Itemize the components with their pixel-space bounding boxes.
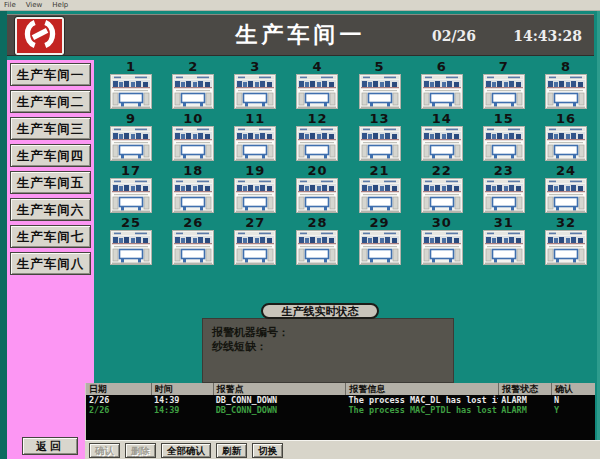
machine-icon[interactable] bbox=[296, 126, 338, 161]
machine-icon[interactable] bbox=[483, 230, 525, 265]
machine-number: 5 bbox=[375, 60, 385, 74]
machine-icon[interactable] bbox=[296, 178, 338, 213]
machine-icon[interactable] bbox=[545, 126, 587, 161]
sidebar-item-workshop-4[interactable]: 生产车间四 bbox=[10, 144, 91, 167]
machine-icon[interactable] bbox=[234, 74, 276, 109]
window-left-edge bbox=[0, 11, 7, 459]
toolbar-button-1: 确认 bbox=[89, 443, 120, 458]
alarm-cell: 2/26 bbox=[86, 395, 151, 405]
menu-item-help[interactable]: Help bbox=[52, 1, 68, 9]
machine-17[interactable]: 17 bbox=[100, 164, 162, 216]
machine-22[interactable]: 22 bbox=[411, 164, 473, 216]
machine-25[interactable]: 25 bbox=[100, 216, 162, 268]
sidebar-item-workshop-2[interactable]: 生产车间二 bbox=[10, 90, 91, 113]
machine-number: 19 bbox=[245, 164, 265, 178]
toolbar-button-3[interactable]: 全部确认 bbox=[161, 443, 211, 458]
machine-20[interactable]: 20 bbox=[286, 164, 348, 216]
machine-10[interactable]: 10 bbox=[162, 112, 224, 164]
alarm-cell: Y bbox=[551, 405, 595, 415]
machine-23[interactable]: 23 bbox=[473, 164, 535, 216]
machine-icon[interactable] bbox=[110, 126, 152, 161]
machine-14[interactable]: 14 bbox=[411, 112, 473, 164]
machine-1[interactable]: 1 bbox=[100, 60, 162, 112]
machine-icon[interactable] bbox=[421, 230, 463, 265]
machine-16[interactable]: 16 bbox=[535, 112, 597, 164]
menu-item-file[interactable]: File bbox=[4, 1, 16, 9]
machine-4[interactable]: 4 bbox=[286, 60, 348, 112]
machine-icon[interactable] bbox=[234, 230, 276, 265]
back-button[interactable]: 返回 bbox=[22, 437, 78, 455]
machine-number: 15 bbox=[494, 112, 514, 126]
sidebar-item-workshop-1[interactable]: 生产车间一 bbox=[10, 63, 91, 86]
alarm-col-header: 时间 bbox=[151, 383, 213, 395]
machine-icon[interactable] bbox=[421, 178, 463, 213]
machine-icon[interactable] bbox=[234, 126, 276, 161]
machine-icon[interactable] bbox=[483, 126, 525, 161]
machine-icon[interactable] bbox=[110, 230, 152, 265]
machine-icon[interactable] bbox=[110, 178, 152, 213]
menu-item-view[interactable]: View bbox=[26, 1, 43, 9]
machine-21[interactable]: 21 bbox=[349, 164, 411, 216]
machine-icon[interactable] bbox=[359, 74, 401, 109]
machine-18[interactable]: 18 bbox=[162, 164, 224, 216]
machine-icon[interactable] bbox=[421, 74, 463, 109]
machine-icon[interactable] bbox=[296, 230, 338, 265]
machine-icon[interactable] bbox=[172, 230, 214, 265]
sidebar-item-workshop-8[interactable]: 生产车间八 bbox=[10, 252, 91, 275]
machine-26[interactable]: 26 bbox=[162, 216, 224, 268]
machine-icon[interactable] bbox=[421, 126, 463, 161]
machine-icon[interactable] bbox=[110, 74, 152, 109]
machine-32[interactable]: 32 bbox=[535, 216, 597, 268]
sidebar-item-workshop-3[interactable]: 生产车间三 bbox=[10, 117, 91, 140]
alarm-cell: The process MAC_DL has lost its d... bbox=[345, 395, 498, 405]
machine-24[interactable]: 24 bbox=[535, 164, 597, 216]
machine-28[interactable]: 28 bbox=[286, 216, 348, 268]
machine-7[interactable]: 7 bbox=[473, 60, 535, 112]
sidebar-item-workshop-5[interactable]: 生产车间五 bbox=[10, 171, 91, 194]
alarm-cell: N bbox=[551, 395, 595, 405]
machine-3[interactable]: 3 bbox=[224, 60, 286, 112]
toolbar-button-5[interactable]: 切换 bbox=[252, 443, 283, 458]
toolbar-button-4[interactable]: 刷新 bbox=[216, 443, 247, 458]
machine-icon[interactable] bbox=[172, 74, 214, 109]
logo-h-icon bbox=[21, 19, 59, 53]
machine-19[interactable]: 19 bbox=[224, 164, 286, 216]
machine-9[interactable]: 9 bbox=[100, 112, 162, 164]
machine-8[interactable]: 8 bbox=[535, 60, 597, 112]
machine-number: 29 bbox=[370, 216, 390, 230]
sidebar-item-workshop-7[interactable]: 生产车间七 bbox=[10, 225, 91, 248]
machine-31[interactable]: 31 bbox=[473, 216, 535, 268]
machine-number: 30 bbox=[432, 216, 452, 230]
machine-12[interactable]: 12 bbox=[286, 112, 348, 164]
machine-5[interactable]: 5 bbox=[349, 60, 411, 112]
page-title: 生产车间一 bbox=[7, 15, 594, 55]
sidebar-item-workshop-6[interactable]: 生产车间六 bbox=[10, 198, 91, 221]
machine-icon[interactable] bbox=[359, 230, 401, 265]
alarm-row[interactable]: 2/2614:39DB_CONN_DOWNThe process MAC_PTD… bbox=[86, 405, 595, 415]
date-display: 02/26 bbox=[432, 28, 476, 44]
machine-icon[interactable] bbox=[359, 126, 401, 161]
machine-27[interactable]: 27 bbox=[224, 216, 286, 268]
toolbar-button-2: 删除 bbox=[125, 443, 156, 458]
machine-icon[interactable] bbox=[545, 178, 587, 213]
machine-icon[interactable] bbox=[234, 178, 276, 213]
alarm-row[interactable]: 2/2614:39DB_CONN_DOWNThe process MAC_DL … bbox=[86, 395, 595, 405]
machine-15[interactable]: 15 bbox=[473, 112, 535, 164]
machine-6[interactable]: 6 bbox=[411, 60, 473, 112]
machine-icon[interactable] bbox=[296, 74, 338, 109]
machine-icon[interactable] bbox=[359, 178, 401, 213]
machine-icon[interactable] bbox=[545, 74, 587, 109]
machine-icon[interactable] bbox=[545, 230, 587, 265]
machine-icon[interactable] bbox=[172, 178, 214, 213]
machine-30[interactable]: 30 bbox=[411, 216, 473, 268]
machine-icon[interactable] bbox=[172, 126, 214, 161]
machine-11[interactable]: 11 bbox=[224, 112, 286, 164]
machine-icon[interactable] bbox=[483, 74, 525, 109]
machine-2[interactable]: 2 bbox=[162, 60, 224, 112]
alarm-table: 日期时间报警点报警信息报警状态确认 2/2614:39DB_CONN_DOWNT… bbox=[85, 383, 595, 440]
alarm-col-header: 报警状态 bbox=[498, 383, 551, 395]
machine-13[interactable]: 13 bbox=[349, 112, 411, 164]
machine-29[interactable]: 29 bbox=[349, 216, 411, 268]
machine-icon[interactable] bbox=[483, 178, 525, 213]
alarm-cell: ALARM bbox=[498, 405, 551, 415]
